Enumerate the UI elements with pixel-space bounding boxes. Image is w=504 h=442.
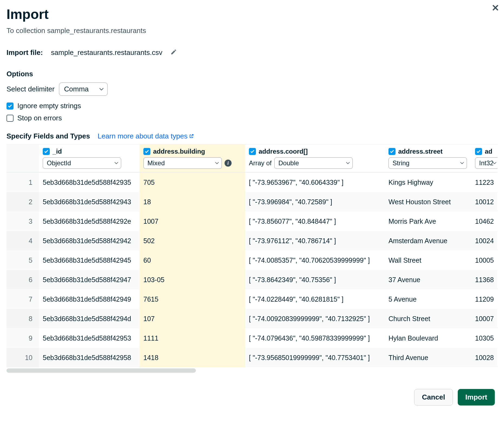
row-number: 9 xyxy=(6,328,39,348)
column-name: address.street xyxy=(398,148,443,155)
cell: 5eb3d668b31de5d588f42949 xyxy=(39,289,140,309)
column-type-value: String xyxy=(393,159,410,167)
cell: 10005 xyxy=(471,250,498,270)
cell: [ "-74.0796436", "40.59878339999999" ] xyxy=(245,328,385,348)
stop-on-errors-checkbox[interactable] xyxy=(6,115,14,122)
cell: Kings Highway xyxy=(385,173,471,192)
cell: 1418 xyxy=(140,348,245,367)
column-type-value: Double xyxy=(278,159,299,167)
cell: [ "-73.8642349", "40.75356" ] xyxy=(245,270,385,289)
cell: 5 Avenue xyxy=(385,289,471,309)
column-name: address.building xyxy=(153,148,205,155)
column-header-ad: adInt32 xyxy=(471,144,498,173)
import-file-name: sample_restaurants.restaurants.csv xyxy=(51,48,162,57)
cell: 11368 xyxy=(471,270,498,289)
row-number: 1 xyxy=(6,173,39,192)
cell: [ "-74.00920839999999", "40.7132925" ] xyxy=(245,309,385,328)
cell: 5eb3d668b31de5d588f42958 xyxy=(39,348,140,367)
horizontal-scrollbar[interactable] xyxy=(6,368,498,373)
cell: [ "-73.9653967", "40.6064339" ] xyxy=(245,173,385,192)
cell: 10007 xyxy=(471,309,498,328)
info-icon[interactable]: i xyxy=(225,160,232,167)
row-number: 7 xyxy=(6,289,39,309)
row-number: 3 xyxy=(6,212,39,231)
delimiter-value: Comma xyxy=(64,85,89,93)
column-include-checkbox[interactable] xyxy=(43,148,50,155)
cell: Amsterdam Avenue xyxy=(385,231,471,250)
caret-down-icon xyxy=(460,162,464,164)
cell: 60 xyxy=(140,250,245,270)
row-number: 4 xyxy=(6,231,39,250)
cell: [ "-73.996984", "40.72589" ] xyxy=(245,192,385,212)
array-of-label: Array of xyxy=(249,159,272,167)
column-type-value: Int32 xyxy=(479,159,493,167)
cell: Church Street xyxy=(385,309,471,328)
close-icon[interactable]: ✕ xyxy=(492,3,499,12)
cell: 5eb3d668b31de5d588f4294d xyxy=(39,309,140,328)
column-name: ad xyxy=(485,148,492,155)
cell: 502 xyxy=(140,231,245,250)
column-type-select[interactable]: Mixed xyxy=(143,157,222,169)
cell: 107 xyxy=(140,309,245,328)
row-number: 2 xyxy=(6,192,39,212)
learn-more-text: Learn more about data types xyxy=(98,132,187,140)
cell: 10012 xyxy=(471,192,498,212)
cancel-button[interactable]: Cancel xyxy=(414,389,453,405)
cell: 37 Avenue xyxy=(385,270,471,289)
learn-more-link[interactable]: Learn more about data types xyxy=(98,132,194,140)
ignore-empty-label: Ignore empty strings xyxy=(17,102,81,110)
column-include-checkbox[interactable] xyxy=(143,148,150,155)
column-type-value: Mixed xyxy=(147,159,165,167)
cell: 5eb3d668b31de5d588f42953 xyxy=(39,328,140,348)
cell: 11223 xyxy=(471,173,498,192)
cell: 7615 xyxy=(140,289,245,309)
cell: 10028 xyxy=(471,348,498,367)
cell: 5eb3d668b31de5d588f42942 xyxy=(39,231,140,250)
import-button[interactable]: Import xyxy=(458,389,495,405)
modal-title: Import xyxy=(6,6,498,22)
row-number: 10 xyxy=(6,348,39,367)
column-type-select[interactable]: Int32 xyxy=(475,157,498,169)
cell: 5eb3d668b31de5d588f42947 xyxy=(39,270,140,289)
caret-down-icon xyxy=(215,162,219,164)
column-name: address.coord[] xyxy=(259,148,308,155)
column-type-select[interactable]: ObjectId xyxy=(43,157,121,169)
column-type-select[interactable]: String xyxy=(388,157,467,169)
delimiter-select[interactable]: Comma xyxy=(59,83,108,96)
caret-down-icon xyxy=(99,88,104,91)
cell: West Houston Street xyxy=(385,192,471,212)
column-header-address-coord-: address.coord[]Array ofDouble xyxy=(245,144,385,173)
row-number: 8 xyxy=(6,309,39,328)
pencil-icon[interactable] xyxy=(170,49,177,57)
scrollbar-thumb[interactable] xyxy=(6,368,196,373)
caret-down-icon xyxy=(493,162,496,164)
cell: 5eb3d668b31de5d588f42945 xyxy=(39,250,140,270)
import-file-label: Import file: xyxy=(6,48,43,57)
caret-down-icon xyxy=(346,162,350,164)
column-include-checkbox[interactable] xyxy=(388,148,396,155)
cell: [ "-74.0228449", "40.6281815" ] xyxy=(245,289,385,309)
cell: 11209 xyxy=(471,289,498,309)
cell: 5eb3d668b31de5d588f4292e xyxy=(39,212,140,231)
ignore-empty-checkbox[interactable] xyxy=(6,103,14,110)
stop-on-errors-label: Stop on errors xyxy=(17,114,62,122)
column-include-checkbox[interactable] xyxy=(475,148,482,155)
cell: 705 xyxy=(140,173,245,192)
cell: [ "-73.856077", "40.848447" ] xyxy=(245,212,385,231)
cell: [ "-73.95685019999999", "40.7753401" ] xyxy=(245,348,385,367)
cell: 10024 xyxy=(471,231,498,250)
external-link-icon xyxy=(189,132,194,140)
cell: Third Avenue xyxy=(385,348,471,367)
cell: Morris Park Ave xyxy=(385,212,471,231)
column-include-checkbox[interactable] xyxy=(249,148,256,155)
cell: Hylan Boulevard xyxy=(385,328,471,348)
modal-subtitle: To collection sample_restaurants.restaur… xyxy=(6,27,498,35)
row-number: 6 xyxy=(6,270,39,289)
cell: 5eb3d668b31de5d588f42943 xyxy=(39,192,140,212)
delimiter-label: Select delimiter xyxy=(6,85,55,93)
column-header-address-building: address.buildingMixedi xyxy=(140,144,245,173)
cell: 10305 xyxy=(471,328,498,348)
column-header-address-street: address.streetString xyxy=(385,144,471,173)
specify-fields-label: Specify Fields and Types xyxy=(6,132,90,140)
column-type-select[interactable]: Double xyxy=(274,157,353,169)
